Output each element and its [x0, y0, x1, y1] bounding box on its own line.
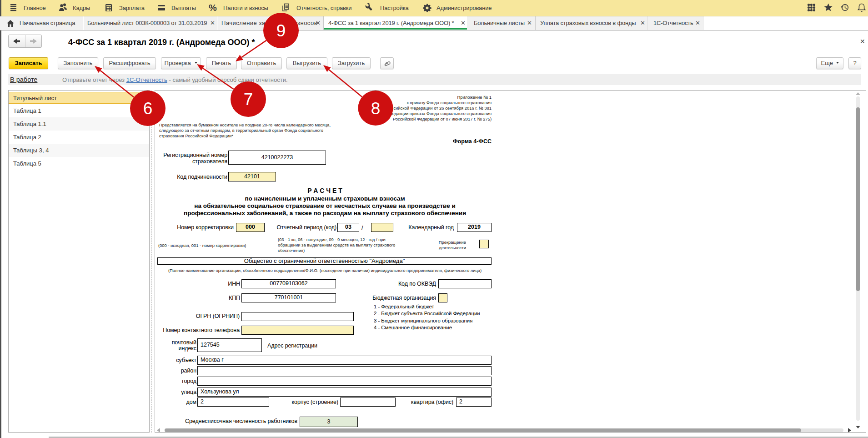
svg-text:%: % — [209, 3, 217, 13]
